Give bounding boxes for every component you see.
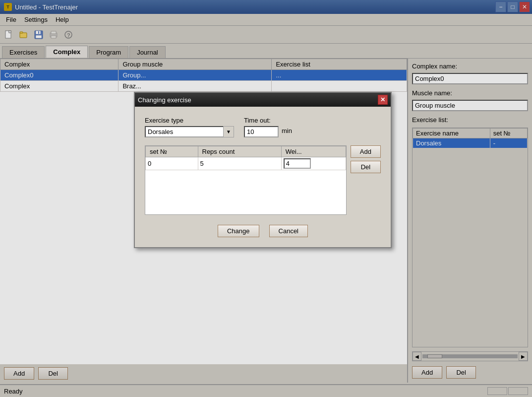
modal-cell-weight[interactable] [281,157,346,170]
exercise-type-label: Exercise type [145,117,234,124]
modal-col-reps: Reps count [198,146,281,157]
modal-inner-table-container[interactable]: set № Reps count Wei... 0 5 [145,145,347,215]
modal-cell-set: 0 [146,157,198,170]
modal-table-row[interactable]: 0 5 [146,157,346,170]
timeout-unit: min [282,127,292,134]
changing-exercise-dialog: Changing exercise ✕ Exercise type Dorsal… [134,92,392,248]
cancel-button[interactable]: Cancel [269,225,308,237]
modal-table-buttons: Add Del [351,145,381,215]
timeout-label: Time out: [244,117,292,124]
modal-table-row: set № Reps count Wei... 0 5 [145,145,381,215]
modal-overlay: Changing exercise ✕ Exercise type Dorsal… [0,0,532,397]
modal-top-row: Exercise type Dorsales ▼ Time out: min [145,117,381,137]
modal-close-button[interactable]: ✕ [378,95,388,105]
modal-body: Exercise type Dorsales ▼ Time out: min [135,107,391,247]
modal-add-button[interactable]: Add [351,145,381,158]
modal-bottom-buttons: Change Cancel [145,225,381,237]
modal-title: Changing exercise [138,96,191,104]
exercise-type-select-wrapper: Dorsales ▼ [145,126,234,137]
timeout-input[interactable] [244,126,279,137]
change-button[interactable]: Change [218,225,259,237]
modal-col-weight: Wei... [281,146,346,157]
modal-del-button[interactable]: Del [351,161,381,173]
exercise-type-select[interactable]: Dorsales [145,126,234,137]
modal-cell-reps: 5 [198,157,281,170]
modal-table-wrapper: set № Reps count Wei... 0 5 [145,145,347,215]
timeout-group: Time out: min [244,117,292,137]
exercise-type-group: Exercise type Dorsales ▼ [145,117,234,137]
weight-input[interactable] [284,158,311,169]
modal-col-set: set № [146,146,198,157]
modal-inner-table: set № Reps count Wei... 0 5 [145,146,346,170]
modal-title-bar: Changing exercise ✕ [135,93,391,107]
